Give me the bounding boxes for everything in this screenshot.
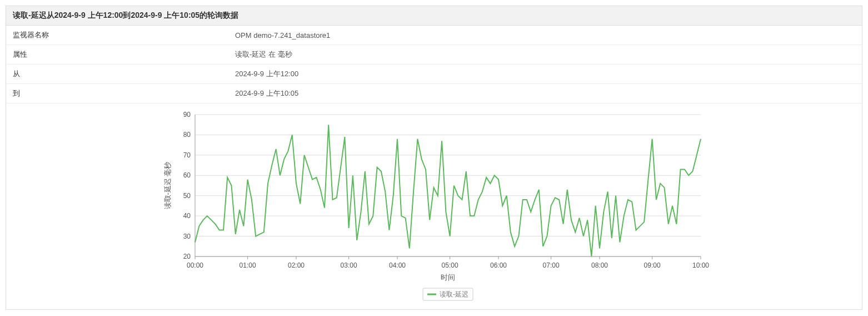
line-chart: 203040506070809000:0001:0002:0003:0004:0… xyxy=(156,109,712,304)
svg-text:60: 60 xyxy=(183,171,191,179)
svg-text:05:00: 05:00 xyxy=(442,261,458,269)
chart-container: 203040506070809000:0001:0002:0003:0004:0… xyxy=(6,103,862,309)
monitor-name-label: 监视器名称 xyxy=(6,26,228,45)
svg-text:08:00: 08:00 xyxy=(591,261,608,269)
svg-text:30: 30 xyxy=(183,233,191,240)
svg-text:50: 50 xyxy=(183,192,191,200)
svg-text:40: 40 xyxy=(183,212,191,220)
row-from: 从 2024-9-9 上午12:00 xyxy=(6,65,862,84)
svg-text:70: 70 xyxy=(183,151,191,159)
info-table: 监视器名称 OPM demo-7.241_datastore1 属性 读取-延迟… xyxy=(6,26,862,103)
svg-text:06:00: 06:00 xyxy=(490,261,507,269)
panel-title: 读取-延迟从2024-9-9 上午12:00到2024-9-9 上午10:05的… xyxy=(6,6,862,26)
from-label: 从 xyxy=(6,65,228,84)
svg-text:读取-延迟 毫秒: 读取-延迟 毫秒 xyxy=(163,162,172,210)
svg-text:10:00: 10:00 xyxy=(692,261,709,269)
svg-rect-0 xyxy=(195,115,701,256)
to-label: 到 xyxy=(6,84,228,103)
svg-text:90: 90 xyxy=(183,111,191,119)
svg-text:20: 20 xyxy=(183,253,191,260)
svg-text:读取-延迟: 读取-延迟 xyxy=(440,290,468,298)
row-attribute: 属性 读取-延迟 在 毫秒 xyxy=(6,45,862,65)
to-value: 2024-9-9 上午10:05 xyxy=(228,84,862,103)
row-to: 到 2024-9-9 上午10:05 xyxy=(6,84,862,103)
svg-text:00:00: 00:00 xyxy=(187,261,203,269)
attribute-value: 读取-延迟 在 毫秒 xyxy=(228,45,862,65)
row-monitor-name: 监视器名称 OPM demo-7.241_datastore1 xyxy=(6,26,862,45)
monitor-name-value: OPM demo-7.241_datastore1 xyxy=(228,26,862,45)
attribute-label: 属性 xyxy=(6,45,228,65)
svg-text:80: 80 xyxy=(183,131,191,139)
svg-text:07:00: 07:00 xyxy=(543,261,560,269)
svg-text:02:00: 02:00 xyxy=(288,261,305,269)
svg-text:03:00: 03:00 xyxy=(341,261,357,269)
svg-text:04:00: 04:00 xyxy=(389,261,406,269)
from-value: 2024-9-9 上午12:00 xyxy=(228,65,862,84)
report-panel: 读取-延迟从2024-9-9 上午12:00到2024-9-9 上午10:05的… xyxy=(6,6,862,310)
svg-text:01:00: 01:00 xyxy=(240,261,256,269)
svg-text:09:00: 09:00 xyxy=(644,261,661,269)
svg-text:时间: 时间 xyxy=(441,273,455,282)
